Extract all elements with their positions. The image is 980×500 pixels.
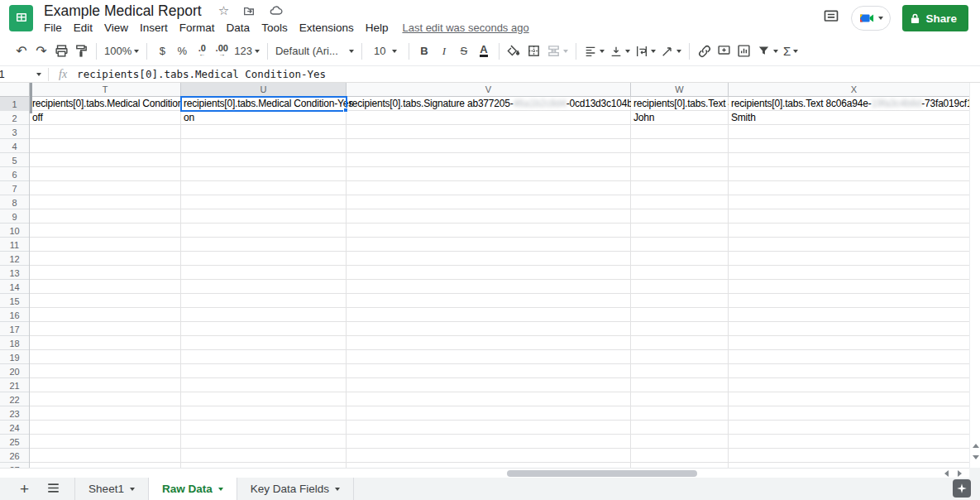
share-button[interactable]: Share [902,5,968,31]
functions-button[interactable]: Σ [781,41,801,61]
insert-link-button[interactable] [695,41,715,61]
name-box[interactable]: U1 [0,66,48,82]
text-color-button[interactable]: A [474,41,494,61]
menu-edit[interactable]: Edit [68,21,98,35]
menu-file[interactable]: File [38,21,68,35]
cell-W2[interactable]: John [631,111,729,125]
fill-color-button[interactable] [504,41,524,61]
menu-format[interactable]: Format [174,21,221,35]
row-header-9[interactable]: 9 [0,209,29,224]
column-header-W[interactable]: W [631,83,729,97]
cloud-saved-icon[interactable] [269,4,284,17]
row-header-2[interactable]: 2 [0,111,29,125]
menu-tools[interactable]: Tools [256,21,294,35]
row-header-1[interactable]: 1 [0,97,29,111]
grid-body[interactable]: recipients[0].tabs.Medical Condition-Nor… [30,97,980,468]
meet-button[interactable] [851,6,891,31]
cell-U2[interactable]: on [181,111,347,125]
horizontal-scrollbar[interactable] [0,468,980,478]
increase-decimal-button[interactable]: .00→ [212,41,232,61]
column-header-V[interactable]: V [347,83,631,97]
comment-history-icon[interactable] [823,8,839,28]
column-header-X[interactable]: X [729,83,980,97]
format-percent-button[interactable]: % [172,41,192,61]
text-rotation-button[interactable] [658,41,684,61]
star-icon[interactable]: ☆ [218,3,229,18]
row-header-25[interactable]: 25 [0,435,29,449]
decrease-decimal-button[interactable]: .0← [192,41,212,61]
row-header-13[interactable]: 13 [0,266,29,280]
sheet-tab-caret[interactable] [218,488,223,491]
more-formats-button[interactable]: 123 [232,41,262,61]
move-folder-icon[interactable] [242,4,256,17]
gutter-resize-bar[interactable] [30,83,32,113]
select-all-corner[interactable] [0,83,30,97]
row-header-12[interactable]: 12 [0,252,29,266]
sheet-tab-raw-data[interactable]: Raw Data [149,478,237,500]
menu-extensions[interactable]: Extensions [294,21,360,35]
vertical-scrollbar[interactable] [969,83,980,468]
row-header-21[interactable]: 21 [0,378,29,392]
row-header-15[interactable]: 15 [0,294,29,308]
print-button[interactable] [51,41,71,61]
row-header-6[interactable]: 6 [0,167,29,181]
all-sheets-button[interactable] [47,482,60,497]
row-header-19[interactable]: 19 [0,350,29,364]
row-header-16[interactable]: 16 [0,308,29,322]
row-header-24[interactable]: 24 [0,421,29,435]
row-header-4[interactable]: 4 [0,139,29,153]
scroll-left-arrow[interactable] [944,470,949,477]
insert-chart-button[interactable] [734,41,754,61]
row-header-5[interactable]: 5 [0,153,29,167]
row-header-10[interactable]: 10 [0,224,29,238]
merge-cells-button[interactable] [544,41,571,61]
scroll-up-arrow[interactable] [973,444,979,448]
document-title[interactable]: Example Medical Report [44,2,202,20]
redo-button[interactable]: ↷ [31,41,51,61]
fill-handle[interactable] [343,108,348,113]
formula-input[interactable]: recipients[0].tabs.Medical Condition-Yes [77,68,326,80]
italic-button[interactable]: I [434,41,454,61]
menu-view[interactable]: View [98,21,134,35]
row-header-23[interactable]: 23 [0,406,29,421]
insert-comment-button[interactable] [715,41,734,61]
explore-button[interactable] [953,479,971,498]
font-select[interactable]: Default (Ari... [273,41,356,61]
row-header-11[interactable]: 11 [0,238,29,252]
text-wrap-button[interactable] [633,41,658,61]
menu-insert[interactable]: Insert [134,21,174,35]
cell-T1[interactable]: recipients[0].tabs.Medical Condition-No [30,97,181,111]
paint-format-button[interactable] [71,41,91,61]
row-header-22[interactable]: 22 [0,392,29,406]
sheet-tab-caret[interactable] [335,488,340,491]
sheets-logo-icon[interactable] [9,5,33,31]
row-header-26[interactable]: 26 [0,449,29,463]
horizontal-scroll-thumb[interactable] [507,470,697,477]
cell-T2[interactable]: off [30,111,181,125]
zoom-select[interactable]: 100% [102,41,141,61]
format-currency-button[interactable]: $ [152,41,172,61]
name-box-caret[interactable] [36,73,41,76]
cell-W1[interactable]: recipients[0].tabs.Text 49 [631,97,729,111]
font-size-select[interactable]: 10 [367,41,404,61]
column-header-U[interactable]: U [181,83,347,97]
undo-button[interactable]: ↶ [12,41,31,61]
menu-help[interactable]: Help [360,21,394,35]
row-header-14[interactable]: 14 [0,280,29,294]
scroll-right-arrow[interactable] [958,470,962,477]
sheet-tab-key-data-fields[interactable]: Key Data Fields [237,478,354,500]
row-header-3[interactable]: 3 [0,125,29,139]
borders-button[interactable] [524,41,544,61]
cell-X1[interactable]: recipients[0].tabs.Text 8c06a94e-19fa3c4… [729,97,980,111]
row-header-20[interactable]: 20 [0,364,29,378]
meet-dropdown-caret[interactable] [878,17,883,20]
cell-V1[interactable]: recipients[0].tabs.Signature ab377205-46… [347,97,631,111]
row-header-8[interactable]: 8 [0,195,29,209]
add-sheet-button[interactable]: + [20,481,29,497]
create-filter-button[interactable] [754,41,781,61]
menu-data[interactable]: Data [221,21,256,35]
row-header-18[interactable]: 18 [0,336,29,350]
strikethrough-button[interactable]: S [454,41,474,61]
row-header-7[interactable]: 7 [0,181,29,195]
sheet-tab-sheet1[interactable]: Sheet1 [74,478,149,500]
